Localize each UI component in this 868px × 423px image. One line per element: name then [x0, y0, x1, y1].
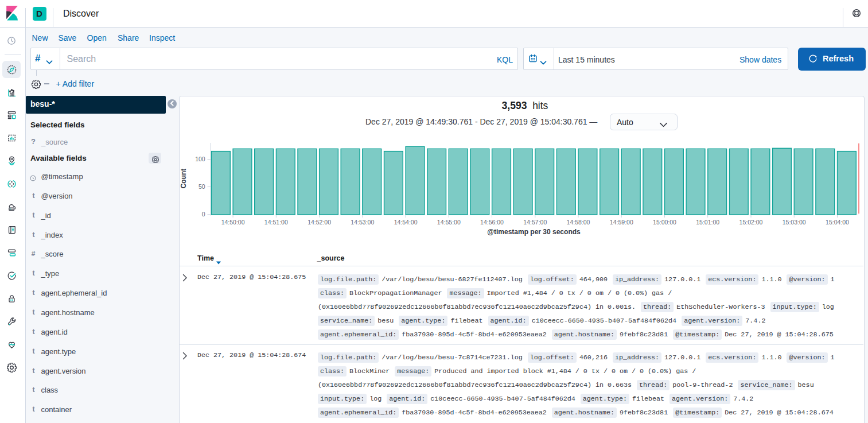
- svg-text:14:58:00: 14:58:00: [567, 219, 590, 226]
- svg-text:15:02:00: 15:02:00: [739, 219, 763, 226]
- svg-text:14:53:00: 14:53:00: [351, 219, 374, 226]
- svg-text:15:03:00: 15:03:00: [783, 219, 806, 226]
- svg-text:14:55:00: 14:55:00: [437, 219, 461, 226]
- svg-text:15:04:00: 15:04:00: [826, 219, 849, 226]
- svg-text:15:00:00: 15:00:00: [653, 219, 676, 226]
- svg-text:14:54:00: 14:54:00: [394, 219, 418, 226]
- svg-text:14:51:00: 14:51:00: [264, 219, 288, 226]
- svg-text:14:57:00: 14:57:00: [523, 219, 547, 226]
- svg-text:15:01:00: 15:01:00: [696, 219, 719, 226]
- svg-text:Count: Count: [180, 169, 188, 189]
- svg-text:50: 50: [198, 183, 205, 190]
- svg-text:0: 0: [202, 211, 205, 218]
- svg-text:14:50:00: 14:50:00: [221, 219, 245, 226]
- svg-text:100: 100: [195, 156, 205, 162]
- svg-text:14:52:00: 14:52:00: [308, 219, 331, 226]
- svg-text:14:59:00: 14:59:00: [610, 219, 633, 226]
- svg-text:14:56:00: 14:56:00: [480, 219, 504, 226]
- svg-text:@timestamp per 30 seconds: @timestamp per 30 seconds: [487, 228, 581, 236]
